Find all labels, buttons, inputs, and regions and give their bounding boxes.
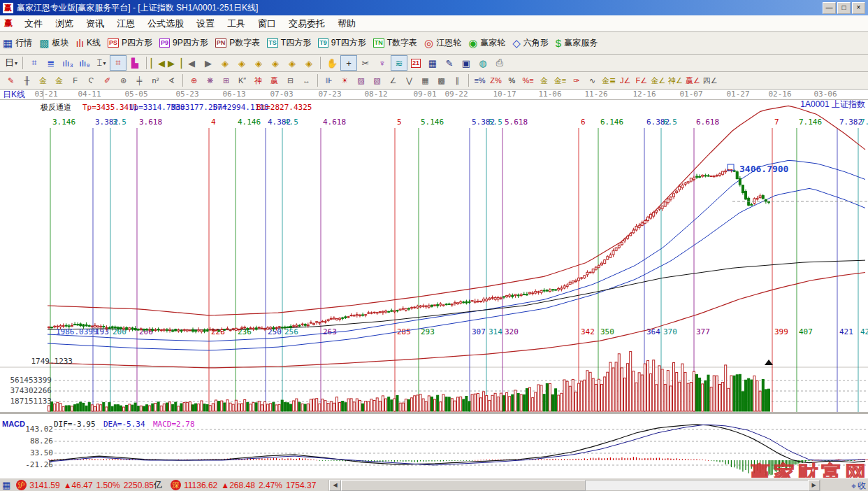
gann-fan-tool-icon[interactable]: ♆ xyxy=(374,55,391,71)
rays-icon[interactable]: ☀ xyxy=(337,73,353,88)
grid-target-icon[interactable]: ⊞ xyxy=(218,73,234,88)
kline-button[interactable]: ılıK线 xyxy=(75,37,101,49)
sectors-button[interactable]: ▩板块 xyxy=(39,37,68,49)
chart-area[interactable]: 3.1463.3821933.52003.61820642284.1462364… xyxy=(0,90,868,478)
net-grid-icon[interactable]: ⌗ xyxy=(26,55,43,71)
detail-panel-icon[interactable]: ≣ xyxy=(43,55,59,71)
j-angle-icon[interactable]: J∠ xyxy=(617,73,633,88)
k-mark-icon[interactable]: K″ xyxy=(234,73,250,88)
calendar-21-icon[interactable]: 21 xyxy=(407,55,424,71)
width-arrow-icon[interactable]: ↔ xyxy=(298,73,314,88)
grid-square-icon[interactable]: ▦ xyxy=(417,73,433,88)
shen-angle-icon[interactable]: 神∠ xyxy=(667,73,684,88)
percent-line-icon[interactable]: %≡ xyxy=(520,73,536,88)
bow-ruler-icon[interactable]: Ϛ xyxy=(83,73,99,88)
gold-circle-icon[interactable]: 金 xyxy=(536,73,552,88)
menu-item-1[interactable]: 浏览 xyxy=(49,16,80,31)
grid-square2-icon[interactable]: ▩ xyxy=(433,73,449,88)
menu-item-4[interactable]: 公式选股 xyxy=(141,16,190,31)
angle-ruler-icon[interactable]: ∢ xyxy=(164,73,180,88)
bars-9-icon[interactable]: ılı₉ xyxy=(76,55,93,71)
angle-lines-icon[interactable]: ∠ xyxy=(385,73,401,88)
notepad-icon[interactable]: ✎ xyxy=(441,55,458,71)
fan-box-icon[interactable]: ▨ xyxy=(353,73,369,88)
brush-icon[interactable]: ✑ xyxy=(568,73,584,88)
close-button[interactable]: × xyxy=(852,2,865,14)
diamond-compress-icon[interactable]: ◈ xyxy=(267,55,284,71)
v-wave-icon[interactable]: ⋁ xyxy=(401,73,417,88)
period-day-selector[interactable]: 日▾ xyxy=(3,55,20,71)
hexagon-button[interactable]: ◇六角形 xyxy=(512,37,549,49)
shenzhen-market-icon[interactable]: 深 xyxy=(171,480,181,490)
p-number-table-button[interactable]: PNP数字表 xyxy=(215,37,261,49)
ruler-hash-icon[interactable]: ╫ xyxy=(19,73,35,88)
scale-chart-icon[interactable]: ⊪ xyxy=(321,73,337,88)
crosshair-icon[interactable]: + xyxy=(340,55,357,71)
compass-circle-icon[interactable]: ⊛ xyxy=(115,73,131,88)
gann-grid-icon[interactable]: ⌗ xyxy=(110,55,126,71)
next-page-icon[interactable]: ▶ xyxy=(200,55,217,71)
z-percent-icon[interactable]: Z% xyxy=(488,73,504,88)
menu-item-7[interactable]: 窗口 xyxy=(252,16,282,31)
horizontal-scrollbar[interactable]: ◀ ▶ xyxy=(328,480,820,491)
fibo-percent-icon[interactable]: ≡% xyxy=(472,73,488,88)
t-square-button[interactable]: TST四方形 xyxy=(267,37,311,49)
last-page-icon[interactable]: ▶▕ xyxy=(166,55,183,71)
diamond-fit-icon[interactable]: ◈ xyxy=(301,55,317,71)
menu-item-5[interactable]: 设置 xyxy=(190,16,221,31)
9p-square-button[interactable]: P99P四方形 xyxy=(159,37,208,49)
gold-ruler-icon[interactable]: 金 xyxy=(35,73,51,88)
menu-item-2[interactable]: 资讯 xyxy=(80,16,110,31)
f-ruler-icon[interactable]: F xyxy=(67,73,83,88)
menu-item-6[interactable]: 工具 xyxy=(221,16,252,31)
a-wave-icon[interactable]: ∿ xyxy=(584,73,600,88)
quotes-button[interactable]: ▦行情 xyxy=(3,37,32,49)
parallel-lines-icon[interactable]: ∥ xyxy=(449,73,465,88)
gold-line2-icon[interactable]: 金≣ xyxy=(600,73,617,88)
grid-123-icon[interactable]: ⊟ xyxy=(282,73,298,88)
gann-wheel-button[interactable]: ◎江恩轮 xyxy=(424,37,461,49)
t-number-table-button[interactable]: TNT数字表 xyxy=(373,37,417,49)
p-square-button[interactable]: PSP四方形 xyxy=(108,37,152,49)
n-squared-icon[interactable]: n² xyxy=(147,73,164,88)
gold-ruler2-icon[interactable]: 金 xyxy=(51,73,67,88)
circle-cross-icon[interactable]: ⊕ xyxy=(186,73,202,88)
compass-pencil-icon[interactable]: ✎ xyxy=(3,73,19,88)
diamond-shift-right-icon[interactable]: ◈ xyxy=(233,55,250,71)
scissors-icon[interactable]: ✂ xyxy=(357,55,374,71)
gold-angle-icon[interactable]: 金∠ xyxy=(649,73,667,88)
menu-item-9[interactable]: 帮助 xyxy=(331,16,362,31)
chart-globe-icon[interactable]: ◍ xyxy=(475,55,491,71)
quote-grid-icon[interactable]: ▦ xyxy=(2,480,10,490)
winner-service-button[interactable]: $赢家服务 xyxy=(556,37,598,49)
color-histogram-icon[interactable]: ▙ xyxy=(126,55,143,71)
diamond-center-icon[interactable]: ◈ xyxy=(284,55,301,71)
menu-item-0[interactable]: 文件 xyxy=(18,16,49,31)
percent-icon[interactable]: % xyxy=(504,73,520,88)
9t-square-button[interactable]: T99T四方形 xyxy=(318,37,366,49)
fan-box2-icon[interactable]: ▧ xyxy=(369,73,385,88)
shanghai-market-icon[interactable]: 沪 xyxy=(16,480,27,490)
maximize-button[interactable]: □ xyxy=(837,2,851,14)
first-page-icon[interactable]: ▏◀ xyxy=(150,55,166,71)
bars-3-icon[interactable]: ılı₃ xyxy=(59,55,76,71)
scroll-right-icon[interactable]: ▶ xyxy=(808,480,820,491)
spiral-icon[interactable]: ❋ xyxy=(202,73,218,88)
winner-wheel-button[interactable]: ◉赢家轮 xyxy=(468,37,505,49)
gold-line-icon[interactable]: 金≡ xyxy=(552,73,568,88)
menu-item-8[interactable]: 交易委托 xyxy=(282,16,331,31)
four-angle-icon[interactable]: 四∠ xyxy=(702,73,719,88)
wave-tool-icon[interactable]: ≋ xyxy=(391,55,407,71)
prev-page-icon[interactable]: ◀ xyxy=(183,55,200,71)
ying-grid-icon[interactable]: 赢 xyxy=(266,73,282,88)
candle-style-icon[interactable]: ⌶▾ xyxy=(93,55,110,71)
shen-grid-icon[interactable]: 神 xyxy=(250,73,266,88)
diamond-expand-icon[interactable]: ◈ xyxy=(250,55,267,71)
f-angle-icon[interactable]: F∠ xyxy=(633,73,649,88)
diamond-shift-left-icon[interactable]: ◈ xyxy=(217,55,233,71)
hash2-icon[interactable]: ╪ xyxy=(131,73,147,88)
ying-angle-icon[interactable]: 赢∠ xyxy=(684,73,702,88)
hand-pan-icon[interactable]: ✋ xyxy=(324,55,340,71)
print-icon[interactable]: ⎙ xyxy=(491,55,508,71)
calculator-icon[interactable]: ▦ xyxy=(424,55,441,71)
